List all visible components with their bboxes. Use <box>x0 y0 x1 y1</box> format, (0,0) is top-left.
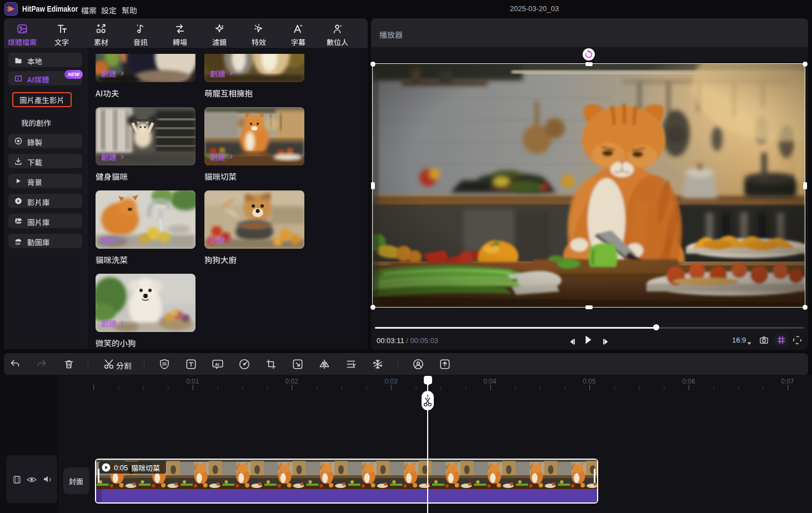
svg-text:GIF: GIF <box>16 242 21 245</box>
svg-text:AI: AI <box>215 362 219 367</box>
